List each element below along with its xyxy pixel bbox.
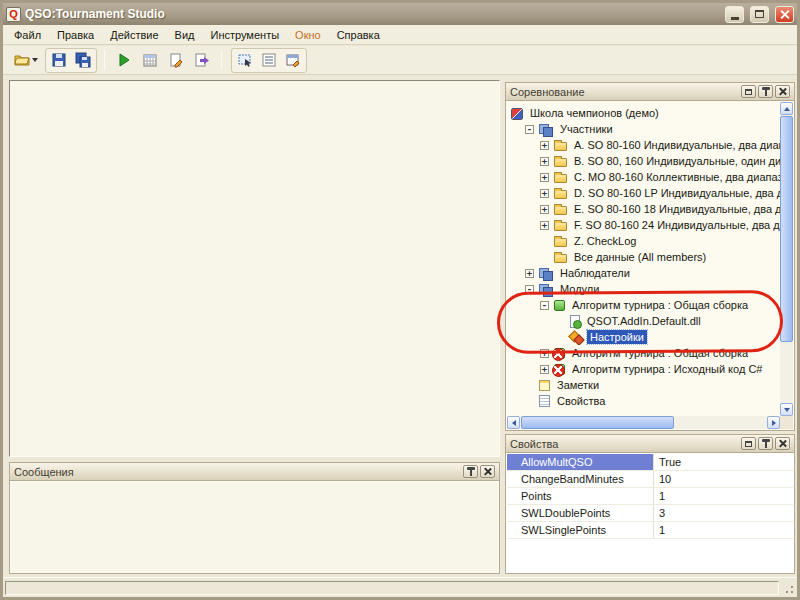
pin-button[interactable]	[758, 85, 773, 98]
open-dropdown-icon[interactable]	[32, 58, 38, 62]
export-page-icon	[194, 52, 210, 68]
scroll-up-button[interactable]	[780, 102, 793, 115]
resize-grip[interactable]	[783, 583, 795, 595]
maximize-icon	[745, 89, 752, 95]
tree-node-observers[interactable]: + Наблюдатели	[507, 265, 780, 281]
close-button[interactable]	[775, 6, 794, 23]
property-name[interactable]: AllowMultQSO	[507, 454, 654, 470]
expander-plus-icon[interactable]: +	[540, 349, 549, 358]
competition-panel-header[interactable]: Соревнование	[506, 83, 794, 101]
tree-node-category-e[interactable]: + E. SO 80-160 18 Индивидуальные, два ди…	[507, 201, 780, 217]
property-name[interactable]: SWLSinglePoints	[507, 522, 654, 538]
folder-icon	[554, 158, 567, 167]
menu-view[interactable]: Вид	[167, 26, 203, 44]
scroll-right-button[interactable]	[767, 416, 780, 429]
tree-node-algorithm-assembly[interactable]: - Алгоритм турнира : Общая сборка	[507, 297, 780, 313]
expander-minus-icon[interactable]: -	[525, 125, 534, 134]
property-row-swldoublepoints[interactable]: SWLDoublePoints 3	[507, 505, 793, 522]
tree-node-category-d[interactable]: + D. SO 80-160 LP Индивидуальные, два ди…	[507, 185, 780, 201]
tree-node-participants[interactable]: - Участники	[507, 121, 780, 137]
expander-plus-icon[interactable]: +	[540, 221, 549, 230]
maximize-panel-button[interactable]	[741, 85, 756, 98]
messages-panel-header[interactable]: Сообщения	[10, 463, 499, 481]
save-button[interactable]	[47, 49, 71, 72]
window-properties-button[interactable]	[281, 49, 305, 72]
minimize-button[interactable]	[725, 6, 744, 23]
expander-minus-icon[interactable]: -	[525, 285, 534, 294]
tree-node-algorithm-source-error[interactable]: + Алгоритм турнира : Исходный код C#	[507, 361, 780, 377]
property-value[interactable]: True	[654, 454, 793, 470]
pin-button[interactable]	[463, 465, 478, 478]
expander-plus-icon[interactable]: +	[540, 365, 549, 374]
tree-node-dll[interactable]: QSOT.AddIn.Default.dll	[507, 313, 780, 329]
expander-plus-icon[interactable]: +	[540, 189, 549, 198]
edit-button[interactable]	[164, 49, 188, 72]
tree-horizontal-scrollbar[interactable]	[507, 416, 780, 429]
list-view-button[interactable]	[257, 49, 281, 72]
tree-node-category-c[interactable]: + C. MO 80-160 Коллективные, два диапазо…	[507, 169, 780, 185]
menu-help[interactable]: Справка	[329, 26, 388, 44]
scroll-left-button[interactable]	[507, 416, 520, 429]
property-row-changebandminutes[interactable]: ChangeBandMinutes 10	[507, 471, 793, 488]
property-value[interactable]: 1	[654, 522, 793, 538]
property-name[interactable]: SWLDoublePoints	[507, 505, 654, 521]
scroll-down-button[interactable]	[780, 403, 793, 416]
folder-icon	[554, 174, 567, 183]
toolbar-separator	[104, 50, 105, 70]
tree-node-modules[interactable]: - Модули	[507, 281, 780, 297]
menu-file[interactable]: Файл	[6, 26, 49, 44]
tree-node-all-members[interactable]: Все данные (All members)	[507, 249, 780, 265]
expander-plus-icon[interactable]: +	[540, 173, 549, 182]
tree-node-category-b[interactable]: + B. SO 80, 160 Индивидуальные, один диа…	[507, 153, 780, 169]
expander-plus-icon[interactable]: +	[540, 205, 549, 214]
tree-node-root[interactable]: Школа чемпионов (демо)	[507, 105, 780, 121]
vertical-scroll-thumb[interactable]	[780, 116, 793, 342]
report-button[interactable]	[138, 49, 162, 72]
expander-plus-icon[interactable]: +	[540, 157, 549, 166]
select-region-icon	[237, 52, 253, 68]
select-button[interactable]	[233, 49, 257, 72]
property-row-allowmultqso[interactable]: AllowMultQSO True	[507, 454, 793, 471]
expander-plus-icon[interactable]: +	[525, 269, 534, 278]
expander-minus-icon[interactable]: -	[540, 301, 549, 310]
save-group	[45, 48, 97, 73]
close-panel-button[interactable]	[775, 85, 790, 98]
maximize-button[interactable]	[750, 6, 769, 23]
arrow-right-icon	[772, 420, 776, 426]
tree-node-label: Заметки	[554, 378, 602, 392]
menu-edit[interactable]: Правка	[49, 26, 102, 44]
expander-plus-icon[interactable]: +	[540, 141, 549, 150]
property-row-swlsinglepoints[interactable]: SWLSinglePoints 1	[507, 522, 793, 539]
property-value[interactable]: 1	[654, 488, 793, 504]
run-button[interactable]	[112, 49, 136, 72]
property-row-points[interactable]: Points 1	[507, 488, 793, 505]
open-button[interactable]	[11, 49, 41, 72]
horizontal-scroll-thumb[interactable]	[521, 416, 674, 429]
menu-window[interactable]: Окно	[287, 26, 329, 44]
menu-tools[interactable]: Инструменты	[202, 26, 287, 44]
export-button[interactable]	[190, 49, 214, 72]
tree-vertical-scrollbar[interactable]	[780, 102, 793, 416]
tree-node-notes[interactable]: Заметки	[507, 377, 780, 393]
close-panel-button[interactable]	[775, 437, 790, 450]
tree-node-category-a[interactable]: + A. SO 80-160 Индивидуальные, два диапа…	[507, 137, 780, 153]
open-folder-icon	[14, 52, 30, 68]
tree-node-settings[interactable]: Настройки	[507, 329, 780, 345]
menu-action[interactable]: Действие	[102, 26, 166, 44]
save-all-button[interactable]	[71, 49, 95, 72]
maximize-panel-button[interactable]	[741, 437, 756, 450]
tree-node-checklog[interactable]: Z. CheckLog	[507, 233, 780, 249]
property-name[interactable]: Points	[507, 488, 654, 504]
property-value[interactable]: 3	[654, 505, 793, 521]
properties-panel-header[interactable]: Свойства	[506, 435, 794, 453]
pin-button[interactable]	[758, 437, 773, 450]
property-name[interactable]: ChangeBandMinutes	[507, 471, 654, 487]
tree-node-algorithm-assembly-error[interactable]: + Алгоритм турнира : Общая сборка	[507, 345, 780, 361]
tree-node-properties[interactable]: Свойства	[507, 393, 780, 409]
title-bar[interactable]: Q QSO:Tournament Studio	[3, 3, 797, 25]
competition-tree: Школа чемпионов (демо) - Участники + A. …	[507, 102, 780, 416]
close-panel-button[interactable]	[480, 465, 495, 478]
property-value[interactable]: 10	[654, 471, 793, 487]
tree-node-category-f[interactable]: + F. SO 80-160 24 Индивидуальные, два ди…	[507, 217, 780, 233]
pin-icon	[470, 470, 472, 476]
